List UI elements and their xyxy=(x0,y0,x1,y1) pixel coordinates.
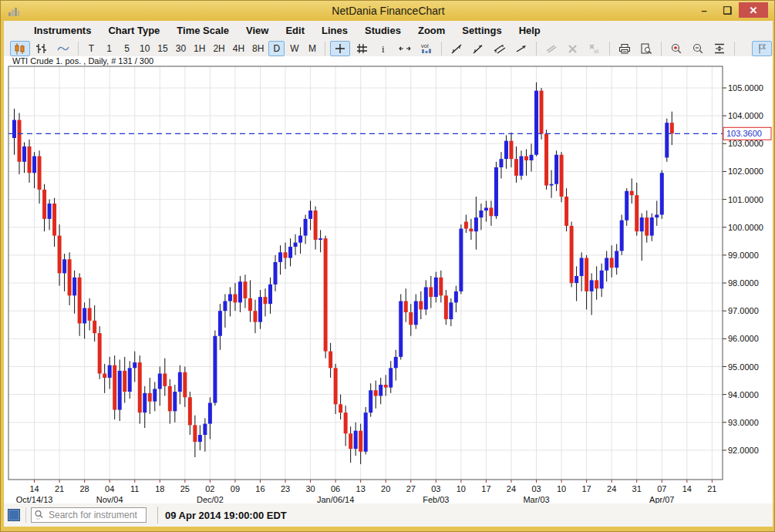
candle-body xyxy=(479,210,483,217)
candle-body xyxy=(464,222,468,229)
zoom-in-button[interactable] xyxy=(666,41,686,56)
candle-body xyxy=(143,393,147,412)
delete-all-button[interactable]: all xyxy=(585,41,605,56)
ohlc-bar-chart-button[interactable] xyxy=(32,41,52,56)
print-preview-button[interactable] xyxy=(636,41,656,56)
scroll-horizontal-button[interactable] xyxy=(395,41,415,56)
candle-body xyxy=(228,295,232,301)
candle-body xyxy=(449,302,453,319)
maximize-button[interactable]: ❑ xyxy=(716,2,739,18)
candle-body xyxy=(88,308,92,321)
candle-body xyxy=(489,207,493,216)
candle-body xyxy=(640,217,644,231)
menu-item-view[interactable]: View xyxy=(239,22,275,39)
candle-body xyxy=(308,210,312,219)
info-button[interactable]: i xyxy=(373,41,393,56)
x-axis-week-label: 03 xyxy=(531,484,541,493)
statusbar-divider xyxy=(157,507,158,524)
parallel-lines-button[interactable] xyxy=(490,41,510,56)
candle-body xyxy=(203,424,207,435)
timescale-button-m[interactable]: M xyxy=(304,41,320,56)
candle-body xyxy=(560,155,564,197)
menu-item-zoom[interactable]: Zoom xyxy=(411,22,452,39)
timescale-button-d[interactable]: D xyxy=(268,41,285,56)
candle-body xyxy=(153,389,157,401)
candle-body xyxy=(288,247,292,258)
y-axis-label: 98.0000 xyxy=(728,278,759,288)
y-axis-label: 103.0000 xyxy=(728,139,763,148)
menu-bar: InstrumentsChart TypeTime ScaleViewEditL… xyxy=(4,21,773,39)
candlestick-chart-button[interactable] xyxy=(10,41,30,56)
timescale-button-5[interactable]: 5 xyxy=(119,41,135,56)
delete-all-icon: all xyxy=(588,42,601,55)
timescale-button-w[interactable]: W xyxy=(286,41,302,56)
candle-body xyxy=(18,120,22,162)
delete-line-button[interactable] xyxy=(563,41,583,56)
x-axis-week-label: 23 xyxy=(281,484,290,493)
candle-body xyxy=(38,157,42,190)
trendline-button[interactable] xyxy=(446,41,467,56)
last-price-label: 103.3600 xyxy=(726,129,762,138)
candle-body xyxy=(128,368,132,392)
menu-item-time-scale[interactable]: Time Scale xyxy=(170,22,236,39)
search-input[interactable] xyxy=(31,507,147,523)
arrow-tool-button[interactable] xyxy=(511,41,531,56)
connection-status-indicator xyxy=(8,509,20,521)
toolbar-separator xyxy=(609,42,610,56)
timescale-button-30[interactable]: 30 xyxy=(173,41,189,56)
trendline-icon xyxy=(450,42,463,55)
x-axis-week-label: 17 xyxy=(481,484,490,493)
x-axis-month-label: Jan/06/14 xyxy=(317,495,354,503)
menu-item-studies[interactable]: Studies xyxy=(358,22,408,39)
crosshair-button[interactable] xyxy=(330,41,350,56)
pin-button[interactable] xyxy=(752,41,772,56)
move-lines-button[interactable] xyxy=(541,41,561,56)
menu-item-settings[interactable]: Settings xyxy=(455,22,508,39)
timescale-button-15[interactable]: 15 xyxy=(154,41,170,56)
zoom-out-button[interactable] xyxy=(688,41,708,56)
timescale-button-4h[interactable]: 4H xyxy=(230,41,248,56)
x-axis-week-label: 18 xyxy=(155,484,164,493)
menu-item-edit[interactable]: Edit xyxy=(278,22,312,39)
candle-body xyxy=(178,372,182,392)
menu-item-chart-type[interactable]: Chart Type xyxy=(101,22,167,39)
y-axis-label: 102.0000 xyxy=(728,167,763,176)
line-chart-button[interactable] xyxy=(53,41,73,56)
candle-body xyxy=(534,91,538,155)
candle-body xyxy=(600,271,604,288)
candle-body xyxy=(369,390,372,412)
candle-body xyxy=(264,297,268,304)
close-button[interactable]: ✕ xyxy=(739,2,768,18)
candle-body xyxy=(494,167,498,216)
y-axis-label: 96.0000 xyxy=(728,334,759,343)
price-chart[interactable]: 105.0000104.0000103.0000102.0000101.0000… xyxy=(4,56,773,503)
print-button[interactable] xyxy=(615,41,635,56)
timescale-button-10[interactable]: 10 xyxy=(136,41,153,56)
candle-body xyxy=(459,229,463,291)
menu-item-instruments[interactable]: Instruments xyxy=(27,22,98,39)
candle-body xyxy=(349,433,352,449)
menu-item-help[interactable]: Help xyxy=(512,22,548,39)
menu-item-lines[interactable]: Lines xyxy=(315,22,355,39)
timescale-button-8h[interactable]: 8H xyxy=(249,41,267,56)
candle-body xyxy=(243,281,247,298)
volume-button[interactable]: vol xyxy=(416,41,436,56)
fit-vertical-button[interactable] xyxy=(709,41,730,56)
timescale-button-1h[interactable]: 1H xyxy=(190,41,208,56)
line-chart-icon xyxy=(56,42,70,55)
grid-button[interactable] xyxy=(352,41,372,56)
candle-body xyxy=(22,146,26,162)
x-axis-week-label: 16 xyxy=(255,484,265,493)
timescale-button-t[interactable]: T xyxy=(83,41,99,56)
candle-body xyxy=(213,336,217,403)
ray-line-button[interactable] xyxy=(468,41,488,56)
toolbar-separator xyxy=(734,42,735,56)
candle-body xyxy=(48,204,52,219)
toolbar-separator xyxy=(441,42,442,56)
x-axis-week-label: 25 xyxy=(180,484,190,493)
timescale-button-1[interactable]: 1 xyxy=(101,41,117,56)
minimize-button[interactable]: – xyxy=(692,2,716,18)
svg-text:all: all xyxy=(594,48,599,53)
timescale-button-2h[interactable]: 2H xyxy=(210,41,227,56)
candle-body xyxy=(168,386,172,412)
